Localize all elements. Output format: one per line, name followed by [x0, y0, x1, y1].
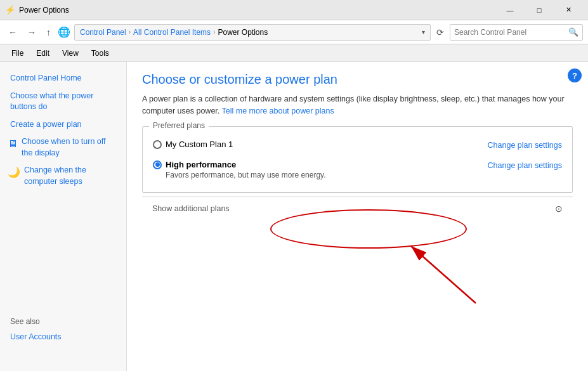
breadcrumb-sep-1: ›: [129, 29, 131, 36]
plan-label-2[interactable]: High performance: [153, 160, 480, 169]
sidebar-item-create-plan[interactable]: Create a power plan: [0, 116, 126, 134]
show-additional-plans-row[interactable]: Show additional plans ⊙: [142, 197, 573, 220]
globe-icon: 🌐: [58, 26, 70, 38]
page-title: Choose or customize a power plan: [142, 72, 573, 87]
breadcrumb-sep-2: ›: [213, 29, 215, 36]
page-desc-text: A power plan is a collection of hardware…: [142, 94, 565, 115]
radio-plan2-dot: [155, 162, 160, 167]
content-area: ? Choose or customize a power plan A pow…: [127, 62, 588, 371]
radio-plan2[interactable]: [153, 160, 162, 169]
main-layout: Control Panel Home Choose what the power…: [0, 62, 588, 371]
sidebar-item-sleep[interactable]: 🌙 Change when the computer sleeps: [0, 162, 126, 190]
close-button[interactable]: ✕: [554, 0, 583, 20]
see-also-label: See also: [10, 317, 116, 326]
show-additional-plans-label: Show additional plans: [152, 204, 550, 213]
expand-icon[interactable]: ⊙: [555, 204, 563, 214]
breadcrumb: Control Panel › All Control Panel Items …: [74, 24, 431, 41]
plan-action-1[interactable]: Change plan settings: [488, 141, 562, 150]
refresh-button[interactable]: ⟳: [434, 25, 446, 39]
menu-bar: File Edit View Tools: [0, 44, 588, 62]
sidebar: Control Panel Home Choose what the power…: [0, 62, 127, 371]
search-box: 🔍: [450, 24, 583, 41]
plan-row-2: High performance Favors performance, but…: [153, 155, 562, 185]
svg-line-1: [411, 246, 476, 303]
preferred-plans-label: Preferred plans: [149, 121, 209, 130]
minimize-button[interactable]: —: [495, 0, 525, 20]
back-button[interactable]: ←: [5, 25, 20, 39]
forward-button[interactable]: →: [24, 25, 39, 39]
breadcrumb-control-panel[interactable]: Control Panel: [80, 28, 126, 37]
search-input[interactable]: [454, 28, 566, 37]
sidebar-item-turn-off-display[interactable]: 🖥 Choose when to turn off the display: [0, 133, 126, 162]
breadcrumb-all-items[interactable]: All Control Panel Items: [133, 28, 211, 37]
sleep-icon: 🌙: [8, 166, 20, 179]
breadcrumb-dropdown-button[interactable]: ▾: [422, 29, 425, 36]
breadcrumb-current: Power Options: [218, 28, 268, 37]
display-icon: 🖥: [8, 137, 18, 151]
title-bar: ⚡ Power Options — □ ✕: [0, 0, 588, 20]
app-icon: ⚡: [5, 5, 15, 15]
plan-label-1[interactable]: My Custom Plan 1: [153, 140, 480, 149]
help-button[interactable]: ?: [568, 68, 582, 82]
plan-info-1: My Custom Plan 1: [153, 140, 480, 149]
plan-info-2: High performance Favors performance, but…: [153, 160, 480, 179]
radio-plan1[interactable]: [153, 140, 162, 149]
plan-row-1: My Custom Plan 1 Change plan settings: [153, 134, 562, 155]
window-controls: — □ ✕: [495, 0, 583, 20]
menu-tools[interactable]: Tools: [85, 46, 115, 60]
sidebar-item-label-display: Choose when to turn off the display: [22, 136, 119, 159]
menu-file[interactable]: File: [5, 46, 30, 60]
see-also-section: See also User Accounts: [0, 317, 126, 346]
sidebar-item-label-sleep: Change when the computer sleeps: [24, 165, 119, 187]
tell-me-more-link[interactable]: Tell me more about power plans: [222, 107, 334, 115]
search-button[interactable]: 🔍: [568, 27, 578, 37]
preferred-plans-section: Preferred plans My Custom Plan 1 Change …: [142, 126, 573, 193]
menu-edit[interactable]: Edit: [30, 46, 56, 60]
up-button[interactable]: ↑: [43, 25, 54, 39]
page-description: A power plan is a collection of hardware…: [142, 93, 573, 117]
plan-action-2[interactable]: Change plan settings: [488, 161, 562, 170]
window-title: Power Options: [19, 6, 495, 15]
sidebar-item-home[interactable]: Control Panel Home: [0, 70, 126, 88]
plan-name-1: My Custom Plan 1: [166, 140, 233, 149]
plan-name-2: High performance: [166, 160, 236, 169]
address-bar: ← → ↑ 🌐 Control Panel › All Control Pane…: [0, 20, 588, 44]
maximize-button[interactable]: □: [525, 0, 554, 20]
sidebar-item-power-buttons[interactable]: Choose what the power buttons do: [0, 88, 126, 116]
menu-view[interactable]: View: [56, 46, 85, 60]
sidebar-see-also-user-accounts[interactable]: User Accounts: [10, 329, 116, 346]
plan-desc-2: Favors performance, but may use more ene…: [166, 171, 480, 179]
arrow-annotation: [381, 227, 526, 309]
